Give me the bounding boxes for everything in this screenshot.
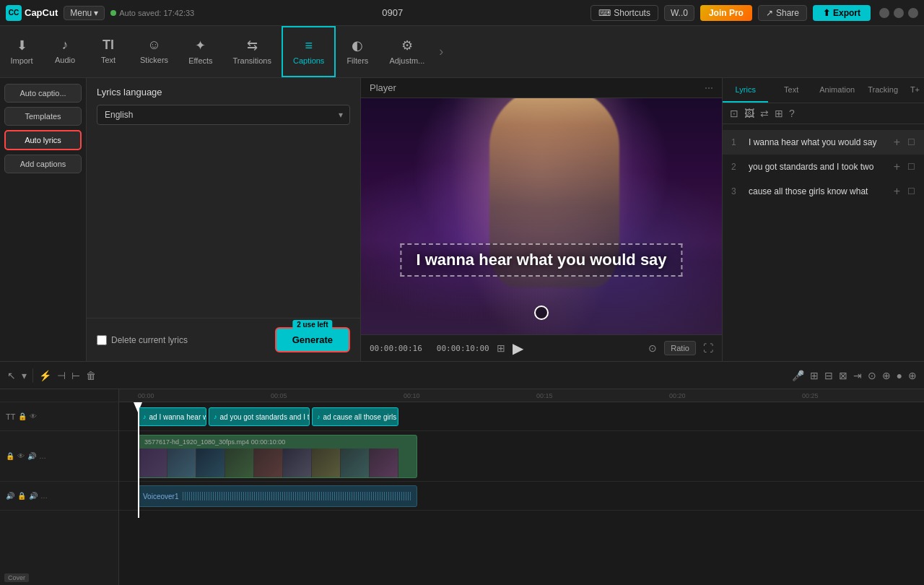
auto-lyrics-button[interactable]: Auto lyrics	[4, 130, 82, 150]
delete-lyrics-checkbox[interactable]	[97, 335, 107, 345]
tool-transitions[interactable]: ⇆ Transitions	[223, 26, 282, 77]
video-more-icon[interactable]: …	[39, 452, 46, 460]
ratio-button[interactable]: Ratio	[664, 341, 696, 355]
fullscreen-icon[interactable]: ⛶	[703, 342, 713, 354]
minimize-button[interactable]	[879, 8, 889, 18]
tl-dropdown[interactable]: ▾	[22, 370, 27, 381]
tl-delete-tool[interactable]: 🗑	[86, 370, 96, 381]
templates-button[interactable]: Templates	[4, 107, 82, 126]
caption-track-label: TT 🔒 👁	[0, 402, 118, 431]
tool-adjust[interactable]: ⚙ Adjustm...	[379, 26, 435, 77]
caption-clip-2[interactable]: ♪ ad you got standards and I to	[209, 407, 310, 426]
tool-audio[interactable]: ♪ Audio	[43, 26, 87, 77]
caption-eye-icon[interactable]: 👁	[30, 412, 37, 420]
maximize-button[interactable]	[894, 8, 904, 18]
audio-waveform	[181, 492, 412, 500]
audio-icon-small: 🔊	[6, 492, 14, 500]
shortcuts-button[interactable]: ⌨ Shortcuts	[590, 5, 658, 21]
tl-add-icon[interactable]: ⊕	[908, 370, 917, 381]
video-clip-label: 3577617-hd_1920_1080_30fps.mp4 00:00:10:…	[144, 438, 285, 446]
tl-tool-5[interactable]: ⊙	[868, 370, 876, 381]
generate-button[interactable]: Generate	[275, 327, 350, 352]
tool-import[interactable]: ⬇ Import	[0, 26, 43, 77]
caption-clip-3[interactable]: ♪ ad cause all those girls kn	[312, 407, 398, 426]
caption-lock-icon[interactable]: 🔒	[18, 412, 27, 420]
tl-select-tool[interactable]: ↖	[7, 370, 16, 381]
tl-tool-2[interactable]: ⊟	[824, 370, 833, 381]
delete-lyrics-label[interactable]: Delete current lyrics	[97, 335, 188, 345]
video-clip[interactable]: 3577617-hd_1920_1080_30fps.mp4 00:00:10:…	[138, 435, 417, 478]
right-toolbar: ⊡ 🖼 ⇄ ⊞ ?	[723, 103, 924, 124]
lyric-item-2[interactable]: 2 you got standards and I took two + ☐	[723, 155, 924, 179]
video-audio-icon[interactable]: 🔊	[27, 452, 36, 460]
caption-clip-1[interactable]: ♪ ad I wanna hear w	[138, 407, 206, 426]
tab-text[interactable]: Text	[768, 78, 814, 103]
tl-mic-icon[interactable]: 🎤	[792, 370, 804, 381]
rt-icon-2[interactable]: 🖼	[744, 108, 754, 119]
lyric-add-1[interactable]: +	[894, 136, 900, 149]
share-button[interactable]: ↗ Share	[758, 5, 807, 21]
tl-tool-1[interactable]: ⊞	[810, 370, 819, 381]
video-lock-icon[interactable]: 🔒	[6, 452, 14, 460]
captions-header: Lyrics language English Spanish French G…	[87, 78, 360, 131]
tl-tool-7[interactable]: ●	[897, 370, 902, 381]
player-menu-icon[interactable]: ⋯	[705, 83, 713, 93]
audio-lock-icon[interactable]: 🔒	[17, 492, 26, 500]
lyric-check-2[interactable]: ☐	[907, 162, 915, 172]
workspace-button[interactable]: W..0	[664, 5, 694, 21]
lyric-item-3[interactable]: 3 cause all those girls know what + ☐	[723, 179, 924, 204]
tab-tracking[interactable]: Tracking	[860, 78, 905, 103]
tool-captions[interactable]: ≡ Captions	[282, 26, 336, 77]
tab-lyrics[interactable]: Lyrics	[723, 78, 768, 103]
tab-extra[interactable]: T+	[906, 78, 924, 103]
join-pro-button[interactable]: Join Pro	[700, 5, 752, 21]
lyrics-overlay[interactable]: I wanna hear what you would say	[400, 243, 682, 277]
rotation-handle[interactable]	[534, 306, 549, 320]
tl-tool-6[interactable]: ⊕	[882, 370, 891, 381]
transitions-icon: ⇆	[247, 38, 258, 53]
lyric-check-1[interactable]: ☐	[907, 137, 915, 147]
lyric-check-3[interactable]: ☐	[907, 186, 915, 196]
tl-trim-end[interactable]: ⊢	[71, 370, 80, 381]
audio-clip[interactable]: Voiceover1	[138, 485, 417, 507]
timeline-body: TT 🔒 👁 🔒 👁 🔊 … Cover 🔊 🔒 🔊 …	[0, 389, 924, 585]
rt-icon-1[interactable]: ⊡	[730, 108, 738, 119]
lyric-add-3[interactable]: +	[894, 185, 900, 198]
audio-more-icon[interactable]: …	[40, 492, 48, 500]
tool-text[interactable]: TI Text	[87, 26, 130, 77]
captions-footer: Delete current lyrics 2 use left Generat…	[87, 318, 360, 361]
video-eye-icon[interactable]: 👁	[17, 452, 25, 460]
captions-title: Lyrics language	[97, 87, 350, 98]
tool-stickers[interactable]: ☺ Stickers	[130, 26, 178, 77]
rt-icon-4[interactable]: ⊞	[775, 108, 783, 119]
audio-vol-icon[interactable]: 🔊	[29, 492, 38, 500]
add-captions-button[interactable]: Add captions	[4, 155, 82, 173]
audio-icon: ♪	[62, 38, 69, 53]
toolbar-more[interactable]: ›	[435, 26, 448, 77]
export-button[interactable]: ⬆ Export	[813, 5, 871, 21]
timeline-tracks[interactable]: 00:00 00:05 00:10 00:15 00:20 00:25 ♪ ad…	[119, 389, 924, 585]
play-button[interactable]: ▶	[513, 339, 523, 357]
lyric-add-2[interactable]: +	[894, 160, 900, 173]
screenshot-icon[interactable]: ⊙	[648, 342, 657, 354]
language-select[interactable]: English Spanish French German Chinese Ja…	[97, 105, 350, 125]
tool-filters[interactable]: ◐ Filters	[336, 26, 379, 77]
rt-icon-3[interactable]: ⇄	[760, 108, 769, 119]
lyric-num-2: 2	[731, 162, 741, 172]
cover-badge: Cover	[4, 573, 29, 582]
lyric-item-1[interactable]: 1 I wanna hear what you would say + ☐	[723, 130, 924, 155]
close-button[interactable]	[908, 8, 918, 18]
grid-view-icon[interactable]: ⊞	[497, 342, 505, 354]
tool-effects[interactable]: ✦ Effects	[178, 26, 222, 77]
menu-button[interactable]: Menu ▾	[64, 6, 105, 20]
tl-trim-start[interactable]: ⊣	[57, 370, 66, 381]
rt-icon-help[interactable]: ?	[789, 108, 795, 119]
auto-captions-button[interactable]: Auto captio...	[4, 84, 82, 103]
audio-track: Voiceover1	[119, 482, 924, 511]
tab-animation[interactable]: Animation	[814, 78, 860, 103]
tl-tool-3[interactable]: ⊠	[839, 370, 847, 381]
logo-icon: CC	[6, 5, 22, 21]
caption-icon-2: ♪	[214, 413, 217, 420]
tl-split-tool[interactable]: ⚡	[39, 370, 51, 381]
tl-tool-4[interactable]: ⇥	[853, 370, 862, 381]
